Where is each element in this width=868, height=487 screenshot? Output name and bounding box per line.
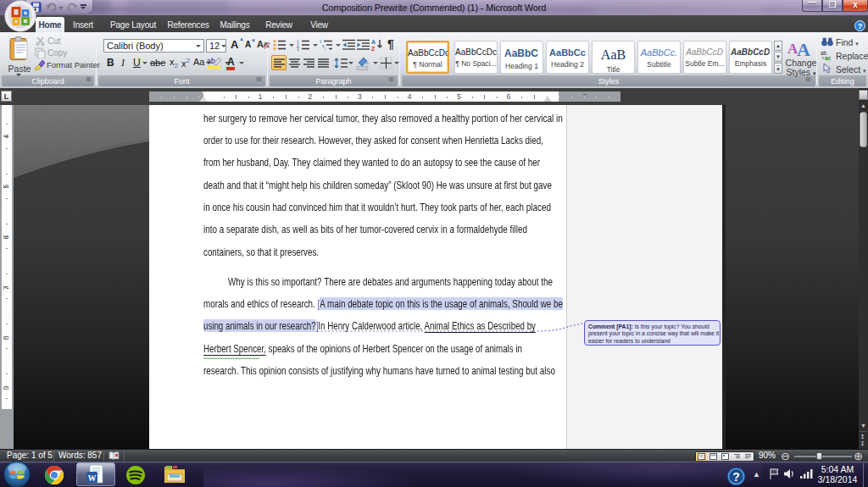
- svg-text:i: i: [325, 47, 326, 51]
- svg-text:W: W: [88, 473, 97, 483]
- svg-text:?: ?: [858, 22, 863, 30]
- svg-text:ac: ac: [825, 55, 832, 60]
- svg-text:Z: Z: [371, 46, 376, 52]
- svg-text:?: ?: [732, 470, 740, 484]
- svg-text:A: A: [797, 39, 810, 57]
- svg-text:3: 3: [297, 47, 299, 51]
- svg-text:A: A: [371, 39, 376, 45]
